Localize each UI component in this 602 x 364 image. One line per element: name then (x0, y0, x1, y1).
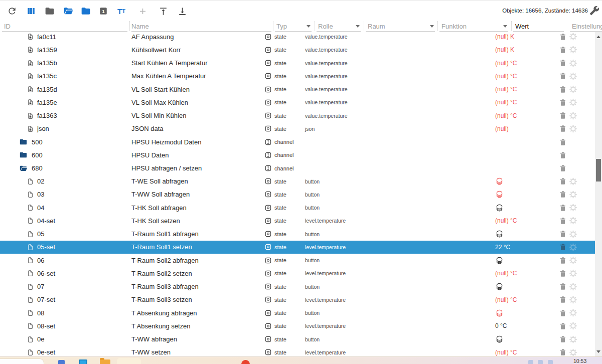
tray-icon[interactable] (548, 360, 553, 364)
settings-button[interactable] (569, 188, 577, 201)
settings-button[interactable] (569, 306, 577, 319)
columns-icon[interactable] (25, 5, 37, 17)
table-row[interactable]: fa135bStart Kühlen A Temperaturstatevalu… (0, 56, 595, 69)
chevron-down-icon[interactable] (356, 25, 360, 28)
one-badge-icon[interactable]: 1 (97, 5, 109, 17)
taskbar-monitor-icon[interactable] (79, 359, 87, 364)
table-row[interactable]: fa1359Kühlsollwert Korrstatevalue.temper… (0, 43, 595, 56)
table-row[interactable]: 06T-Raum Soll2 abfragenstatebutton (0, 254, 595, 267)
settings-button[interactable] (569, 254, 577, 267)
settings-button[interactable] (569, 241, 577, 254)
taskbar-active-app[interactable] (117, 358, 141, 364)
table-row[interactable]: 0e-setT-WW setzenstatelevel.temperature(… (0, 346, 595, 356)
chevron-down-icon[interactable] (503, 25, 507, 28)
delete-button[interactable] (559, 201, 567, 214)
delete-button[interactable] (559, 122, 567, 135)
taskbar-folder-icon[interactable] (100, 359, 110, 364)
table-row[interactable]: 0eT-WW abfragenstatebutton (0, 333, 595, 346)
chevron-down-icon[interactable] (430, 25, 434, 28)
settings-button[interactable] (569, 43, 577, 56)
settings-button[interactable] (569, 175, 577, 188)
upload-icon[interactable] (157, 5, 169, 17)
table-row[interactable]: 03T-WW Soll abfragenstatebutton (0, 188, 595, 201)
vertical-scrollbar[interactable] (595, 32, 602, 356)
delete-button[interactable] (559, 43, 567, 56)
delete-button[interactable] (559, 319, 567, 332)
table-row[interactable]: fa135cMax Kühlen A Temperaturstatevalue.… (0, 70, 595, 83)
table-row[interactable]: 08-setT Absenkung setzenstatelevel.tempe… (0, 319, 595, 332)
folder-closed-dark-icon[interactable] (44, 5, 56, 17)
table-row[interactable]: fa135dVL Soll Start Kühlenstatevalue.tem… (0, 83, 595, 96)
table-row[interactable]: 680HPSU abfragen / setzenchannel (0, 161, 595, 174)
text-size-icon[interactable]: TT (115, 5, 127, 17)
table-row[interactable]: fa0c11AF Anpassungstatevalue.temperature… (0, 32, 595, 43)
table-row[interactable]: 07T-Raum Soll3 abfragenstatebutton (0, 280, 595, 293)
role-filter-select[interactable]: Rolle (318, 21, 333, 32)
type-filter-select[interactable]: Typ (276, 21, 287, 32)
delete-button[interactable] (559, 56, 567, 69)
delete-button[interactable] (559, 280, 567, 293)
settings-button[interactable] (569, 214, 577, 227)
settings-button[interactable] (569, 293, 577, 306)
taskbar-browser-icon[interactable] (241, 360, 250, 364)
settings-button[interactable] (569, 83, 577, 96)
settings-button[interactable] (569, 122, 577, 135)
chevron-down-icon[interactable] (307, 25, 311, 28)
folder-open-icon[interactable] (62, 5, 74, 17)
id-filter-input[interactable]: ID (4, 21, 11, 32)
delete-button[interactable] (559, 135, 567, 148)
delete-button[interactable] (559, 188, 567, 201)
table-row[interactable]: 08T Absenkung abfragenstatebutton (0, 306, 595, 319)
table-row[interactable]: fa1363VL Soll Min Kühlenstatevalue.tempe… (0, 109, 595, 122)
settings-button[interactable] (569, 280, 577, 293)
name-filter-input[interactable]: Name (131, 21, 149, 32)
table-row[interactable]: fa135eVL Soll Max Kühlenstatevalue.tempe… (0, 96, 595, 109)
tray-icon[interactable] (538, 360, 543, 364)
settings-button[interactable] (569, 319, 577, 332)
table-row[interactable]: 04-setT-HK Soll setzenstatelevel.tempera… (0, 214, 595, 227)
scroll-up-icon[interactable] (596, 36, 600, 38)
taskbar-app-icon[interactable] (58, 360, 65, 364)
delete-button[interactable] (559, 83, 567, 96)
table-row[interactable]: 500HPSU Heizmodul Datenchannel (0, 135, 595, 148)
delete-button[interactable] (559, 70, 567, 83)
delete-button[interactable] (559, 32, 567, 43)
settings-button[interactable] (569, 70, 577, 83)
delete-button[interactable] (559, 161, 567, 174)
table-row[interactable]: 06-setT-Raum Soll2 setzenstatelevel.temp… (0, 267, 595, 280)
delete-button[interactable] (559, 333, 567, 346)
settings-button[interactable] (569, 32, 577, 43)
settings-button[interactable] (569, 56, 577, 69)
settings-button[interactable] (569, 228, 577, 241)
settings-button[interactable] (569, 346, 577, 356)
delete-button[interactable] (559, 241, 567, 254)
delete-button[interactable] (559, 293, 567, 306)
settings-button[interactable] (569, 267, 577, 280)
delete-button[interactable] (559, 175, 567, 188)
scrollbar-thumb[interactable] (596, 159, 601, 181)
delete-button[interactable] (559, 306, 567, 319)
table-row[interactable]: jsonJSON datastatejson(null) (0, 122, 595, 135)
table-row[interactable]: 04T-HK Soll abfragenstatebutton (0, 201, 595, 214)
table-row[interactable]: 05T-Raum Soll1 abfragenstatebutton (0, 228, 595, 241)
delete-button[interactable] (559, 228, 567, 241)
table-row[interactable]: 600HPSU Datenchannel (0, 148, 595, 161)
delete-button[interactable] (559, 254, 567, 267)
table-row[interactable]: 05-setT-Raum Soll1 setzenstatelevel.temp… (0, 241, 595, 254)
wrench-icon[interactable] (589, 5, 600, 16)
settings-button[interactable] (569, 333, 577, 346)
delete-button[interactable] (559, 346, 567, 356)
settings-button[interactable] (569, 201, 577, 214)
table-row[interactable]: 07-setT-Raum Soll3 setzenstatelevel.temp… (0, 293, 595, 306)
delete-button[interactable] (559, 148, 567, 161)
tray-icon[interactable] (528, 360, 533, 364)
function-filter-select[interactable]: Funktion (441, 21, 467, 32)
delete-button[interactable] (559, 109, 567, 122)
folder-closed-icon[interactable] (80, 5, 92, 17)
settings-button[interactable] (569, 96, 577, 109)
refresh-icon[interactable] (6, 5, 18, 17)
delete-button[interactable] (559, 214, 567, 227)
download-icon[interactable] (176, 5, 188, 17)
table-row[interactable]: 02T-WE Soll abfragenstatebutton (0, 175, 595, 188)
scroll-down-icon[interactable] (596, 350, 600, 353)
